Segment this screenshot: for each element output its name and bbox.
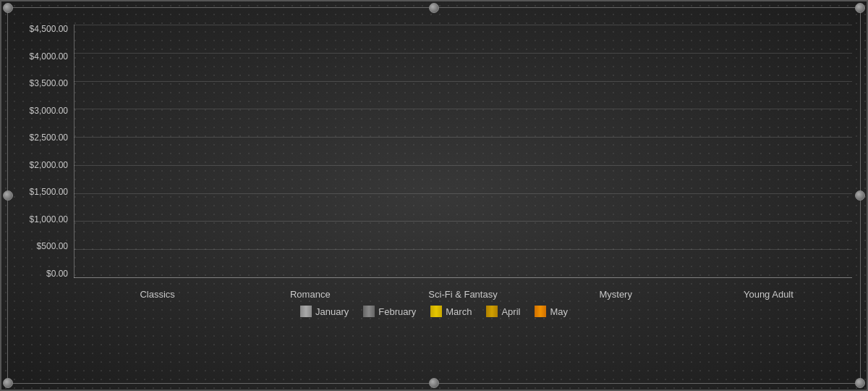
y-axis-label: $1,000.00 [30, 215, 68, 224]
bolt-top-left [3, 3, 13, 13]
y-axis: $4,500.00$4,000.00$3,500.00$3,000.00$2,5… [16, 25, 74, 300]
y-axis-label: $500.00 [37, 242, 68, 251]
y-axis-label: $1,500.00 [30, 188, 68, 196]
bars-container [74, 25, 852, 278]
legend-swatch-mar [430, 306, 442, 317]
y-axis-label: $3,500.00 [30, 79, 68, 88]
bolt-bottom-left [3, 378, 13, 388]
y-axis-label: $3,000.00 [30, 106, 68, 115]
legend-item-jan: January [300, 306, 349, 317]
legend-swatch-feb [363, 306, 375, 317]
y-axis-label: $4,000.00 [30, 52, 68, 61]
legend-swatch-jan [300, 306, 312, 317]
legend-item-mar: March [430, 306, 472, 317]
x-axis-label: Romance [234, 289, 386, 300]
bolt-top-right [855, 3, 865, 13]
chart-plot: ClassicsRomanceSci-Fi & FantasyMysteryYo… [74, 25, 852, 300]
legend: JanuaryFebruaryMarchAprilMay [1, 300, 867, 323]
chart-area: $4,500.00$4,000.00$3,500.00$3,000.00$2,5… [16, 25, 852, 300]
legend-item-apr: April [486, 306, 520, 317]
y-axis-label: $2,000.00 [30, 161, 68, 169]
legend-label-jan: January [315, 306, 349, 317]
bolt-middle-left [3, 190, 13, 201]
x-axis-label: Classics [81, 289, 234, 300]
y-axis-label: $2,500.00 [30, 133, 68, 142]
chart-container: $4,500.00$4,000.00$3,500.00$3,000.00$2,5… [0, 0, 868, 391]
legend-item-feb: February [363, 306, 416, 317]
y-axis-label: $0.00 [46, 269, 68, 278]
legend-label-may: May [550, 306, 568, 317]
x-axis-label: Mystery [540, 289, 692, 300]
bolt-middle-right [855, 190, 865, 201]
x-axis-label: Sci-Fi & Fantasy [386, 289, 539, 300]
bolt-bottom-right [855, 378, 865, 388]
legend-swatch-apr [486, 306, 498, 317]
legend-label-mar: March [446, 306, 472, 317]
bolt-bottom-middle [429, 378, 439, 388]
bolt-top-middle [429, 3, 439, 13]
legend-label-apr: April [501, 306, 520, 317]
legend-item-may: May [535, 306, 568, 317]
x-axis-label: Young Adult [692, 289, 845, 300]
x-labels: ClassicsRomanceSci-Fi & FantasyMysteryYo… [74, 289, 852, 300]
y-axis-label: $4,500.00 [30, 25, 68, 33]
legend-swatch-may [535, 306, 546, 317]
legend-label-feb: February [378, 306, 416, 317]
